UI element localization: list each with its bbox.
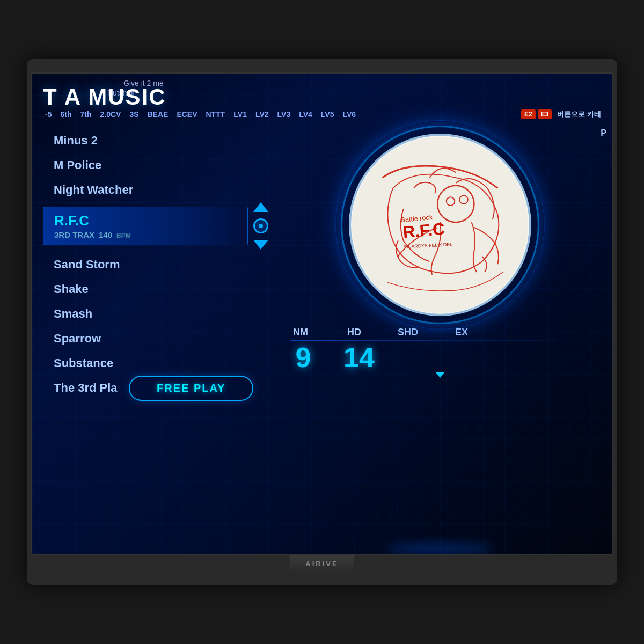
tab-lv1[interactable]: LV1 <box>231 109 249 120</box>
song-list: Minus 2 M Police Night Watcher <box>43 123 268 554</box>
circle-dot <box>259 224 263 228</box>
screen-content: Give it 2 me Nutshell T A MUSIC -5 6th 7… <box>32 74 612 554</box>
song-rfc-bpm: 140 <box>99 230 112 239</box>
diff-values: 9 14 <box>284 343 596 371</box>
bpm-label: BPM <box>116 232 131 239</box>
tab-7th[interactable]: 7th <box>78 109 93 120</box>
album-art-container: R.F.C Battle rock RICARDYS FELIX DEL <box>349 134 531 316</box>
song-item-nightwatcher[interactable]: Night Watcher <box>43 178 268 202</box>
diff-header-nm: NM <box>290 327 311 338</box>
select-circle-button[interactable] <box>253 218 268 233</box>
tab-3s[interactable]: 3S <box>127 109 141 120</box>
album-art-svg: R.F.C Battle rock RICARDYS FELIX DEL <box>351 136 529 314</box>
song-item-smash[interactable]: Smash <box>43 302 268 326</box>
tab-lv5[interactable]: LV5 <box>319 109 336 120</box>
song-item-minus2[interactable]: Minus 2 <box>43 128 268 153</box>
song-item-rfc[interactable]: R.F.C 3RD TRAX 140 BPM <box>43 207 248 245</box>
diff-val-ex <box>455 343 482 371</box>
song-rfc-title: R.F.C <box>54 213 237 229</box>
song-rfc-meta: 3RD TRAX 140 BPM <box>54 230 237 239</box>
song-rfc-trax: 3RD TRAX <box>54 230 94 239</box>
tab-badges: E2 E3 버튼으로 카테 <box>521 109 601 119</box>
badge-e3[interactable]: E3 <box>538 109 552 119</box>
tab-nttt[interactable]: NTTT <box>204 109 228 120</box>
nm-difficulty-arrow <box>436 372 444 378</box>
main-area: Minus 2 M Police Night Watcher <box>32 123 612 554</box>
song-item-shake[interactable]: Shake <box>43 277 268 302</box>
badge-e2[interactable]: E2 <box>521 109 536 119</box>
diff-header-shd: SHD <box>397 327 419 338</box>
tab-2cv[interactable]: 2.0CV <box>98 109 123 120</box>
tab-lv3[interactable]: LV3 <box>275 109 293 120</box>
monitor-stand: AIRIVE <box>290 555 354 572</box>
free-play-button[interactable]: FREE PLAY <box>129 376 253 401</box>
page-title: T A MUSIC <box>43 84 166 110</box>
song-item-mpolice[interactable]: M Police <box>43 153 268 178</box>
song-item-sparrow[interactable]: Sparrow <box>43 326 268 351</box>
monitor-screen: Give it 2 me Nutshell T A MUSIC -5 6th 7… <box>31 72 613 555</box>
bottom-glow <box>386 544 494 554</box>
song-item-substance[interactable]: Substance <box>43 351 268 376</box>
arrow-up-button[interactable] <box>253 202 268 212</box>
song-item-rfc-sub: R.F.C 3RD TRAX 140 BPM <box>54 213 237 239</box>
diff-header-hd: HD <box>343 327 365 338</box>
difficulty-panel: NM HD SHD EX 9 14 <box>279 327 601 378</box>
tab-lv4[interactable]: LV4 <box>297 109 314 120</box>
partial-right-text: P <box>601 128 606 138</box>
korean-label: 버튼으로 카테 <box>557 109 601 119</box>
diff-val-shd <box>401 343 428 371</box>
header: Give it 2 me Nutshell T A MUSIC -5 6th 7… <box>32 74 612 123</box>
separator-line <box>43 251 268 251</box>
arrows-container <box>253 202 268 250</box>
diff-val-hd: 14 <box>343 343 375 371</box>
tab-beae[interactable]: BEAE <box>145 109 171 120</box>
diff-separator <box>290 340 590 341</box>
album-oval: R.F.C Battle rock RICARDYS FELIX DEL <box>349 134 531 316</box>
monitor-outer: Give it 2 me Nutshell T A MUSIC -5 6th 7… <box>27 59 617 585</box>
song-item-3rdpla-row: The 3rd Pla FREE PLAY <box>43 376 268 400</box>
right-panel: R.F.C Battle rock RICARDYS FELIX DEL NM <box>268 123 612 554</box>
tab-lv2[interactable]: LV2 <box>253 109 271 120</box>
brand-label: AIRIVE <box>305 560 338 568</box>
song-item-rfc-container: R.F.C 3RD TRAX 140 BPM <box>43 202 268 250</box>
tab-6th[interactable]: 6th <box>58 109 74 120</box>
tab-minus5[interactable]: -5 <box>43 109 54 120</box>
diff-val-nm: 9 <box>290 343 317 371</box>
song-item-sandstorm[interactable]: Sand Storm <box>43 252 268 277</box>
tab-ecev[interactable]: ECEV <box>174 109 199 120</box>
tab-lv6[interactable]: LV6 <box>341 109 358 120</box>
arrow-down-button[interactable] <box>253 240 268 250</box>
